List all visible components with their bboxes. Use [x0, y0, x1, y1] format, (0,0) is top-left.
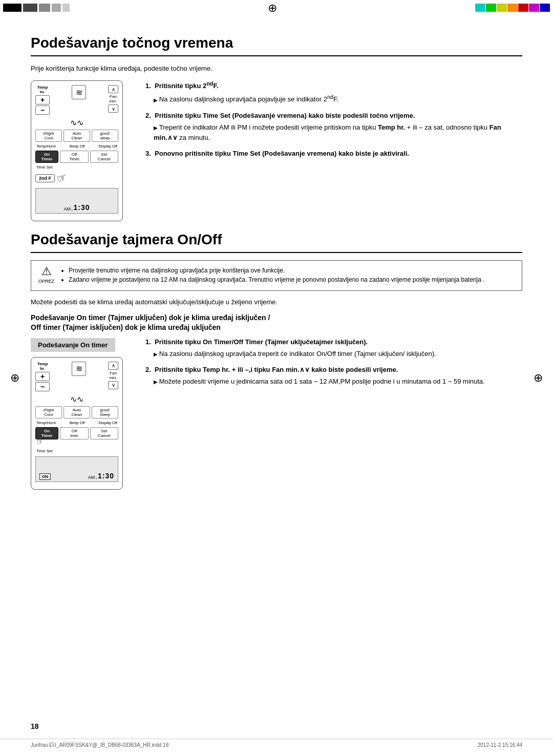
footer-left: Junfrau EU_AR09FSSK&Y@_IB_DB68-03363A_HR…	[31, 742, 168, 748]
temp-minus-btn[interactable]: −	[35, 106, 50, 115]
reg-mark-top: ⊕	[268, 2, 277, 15]
display-off-label: Display Off	[98, 144, 117, 149]
step3-header: 3. Ponovno pritisnite tipku Time Set (Po…	[145, 150, 522, 157]
s2-step1: 1. Pritisnite tipku On Timer/Off Timer (…	[145, 338, 522, 359]
s2-step1-header: 1. Pritisnite tipku On Timer/Off Timer (…	[145, 338, 522, 346]
on-indicator: ON	[39, 473, 51, 480]
good-sleep-btn-2[interactable]: good'Sleep	[92, 406, 118, 418]
time-set-label: Time Set	[35, 165, 118, 170]
display-am-2: AM	[88, 475, 95, 480]
fan-down-arrow-2[interactable]: ∨	[108, 381, 118, 389]
step2-bullet: Treperit će indikator AM ili PM i možete…	[145, 122, 522, 142]
remote-control-1: Temphr. + − ≋ ∧ Fanmin. ∨ ∿∿	[31, 80, 123, 221]
section1-subtitle: Prije korištenja funkcije klima uređaja,…	[31, 65, 522, 72]
display-time-2: 1:30	[98, 472, 114, 480]
step3: 3. Ponovno pritisnite tipku Time Set (Po…	[145, 150, 522, 157]
dlight-cool-btn[interactable]: d'lightCool	[35, 130, 62, 142]
wave-icon: ≋	[72, 85, 86, 99]
section1-title: Podešavanje točnog vremena	[31, 35, 522, 56]
footer-right: 2012-11-2 15:16:44	[478, 742, 522, 748]
beep-off-label-2: Beep Off	[70, 421, 84, 425]
fan-up-arrow[interactable]: ∧	[108, 85, 118, 93]
section2-title: Podešavanje tajmera On/Off	[31, 232, 522, 253]
s2-step2-bullet: Možete podesiti vrijeme u jedinicama sat…	[145, 376, 522, 387]
set-cancel-btn[interactable]: SetCancel	[90, 151, 118, 163]
fan-up-arrow-2[interactable]: ∧	[108, 362, 118, 370]
auto-clean-btn-2[interactable]: AutoClean	[63, 406, 90, 418]
off-timer-btn-2[interactable]: Offimer	[60, 427, 88, 439]
s2-step2: 2. Pritisnite tipku Temp hr. + ili –,i t…	[145, 366, 522, 387]
step2-header: 2. Pritisnite tipku Time Set (Podešavanj…	[145, 112, 522, 119]
display-off-label-2: Display Off	[98, 421, 117, 425]
step1: 1. Pritisnite tipku 2ndF. Na zaslonu dal…	[145, 80, 522, 104]
off-timer-btn[interactable]: OffTimer	[60, 151, 88, 163]
temp-plus-btn-2[interactable]: +	[35, 372, 50, 381]
beep-off-label: Beep Off	[70, 144, 84, 149]
warning-box: ⚠ OPREZ Provjerite trenutno vrijeme na d…	[31, 260, 522, 291]
s2-step2-header: 2. Pritisnite tipku Temp hr. + ili –,i t…	[145, 366, 522, 373]
s2-step1-bullet: Na zaslonu daljinskog upravljača treperi…	[145, 349, 522, 359]
remote-control-2: Temphr. + − ≋ ∧ Fanmin. ∨ ∿∿	[31, 357, 123, 490]
temp-humi-label-2: Temp/Humi	[36, 421, 56, 425]
page-number: 18	[31, 722, 39, 730]
step1-header: 1. Pritisnite tipku 2ndF.	[145, 80, 522, 90]
step2: 2. Pritisnite tipku Time Set (Podešavanj…	[145, 112, 522, 142]
remote-display-panel: AM I 1:30	[35, 188, 118, 214]
reg-mark-right: ⊕	[534, 371, 543, 385]
2ndf-btn[interactable]: 2nd F	[35, 174, 55, 182]
dlight-cool-btn-2[interactable]: d'lightCool	[35, 406, 62, 418]
footer: Junfrau EU_AR09FSSK&Y@_IB_DB68-03363A_HR…	[0, 739, 553, 748]
on-timer-box-label: Podešavanje On timer	[31, 338, 115, 352]
temp-plus-btn[interactable]: +	[35, 95, 50, 104]
on-timer-btn[interactable]: OnTimer	[35, 151, 58, 163]
warning-text: Provjerite trenutno vrijeme na daljinsko…	[60, 266, 484, 285]
fan-down-arrow[interactable]: ∨	[108, 104, 118, 113]
set-cancel-btn-2[interactable]: SetCancel	[90, 427, 118, 439]
reg-mark-left: ⊕	[10, 371, 19, 385]
display-am: AM	[63, 206, 71, 212]
remote-display-panel-2: ON AM I 1:30	[35, 456, 118, 482]
section2-intro: Možete podesiti da se klima uređaj autom…	[31, 298, 522, 306]
auto-clean-btn[interactable]: AutoClean	[63, 130, 90, 142]
subsection-title: Podešavanje On timer (Tajmer uključen) d…	[31, 313, 522, 333]
time-set-label-2: Time Set	[35, 449, 118, 453]
good-sleep-btn[interactable]: good'sleep	[92, 130, 118, 142]
hand-icon: ☞	[55, 170, 69, 186]
step1-bullet: Na zaslonu daljinskog upravljača pojavlj…	[145, 93, 522, 104]
oprez-label: OPREZ	[38, 278, 54, 285]
temp-humi-label: Temp/Humi	[36, 144, 56, 149]
temp-minus-btn-2[interactable]: −	[35, 382, 50, 391]
display-time: 1:30	[74, 203, 90, 212]
wave-icon-2: ≋	[72, 362, 86, 376]
